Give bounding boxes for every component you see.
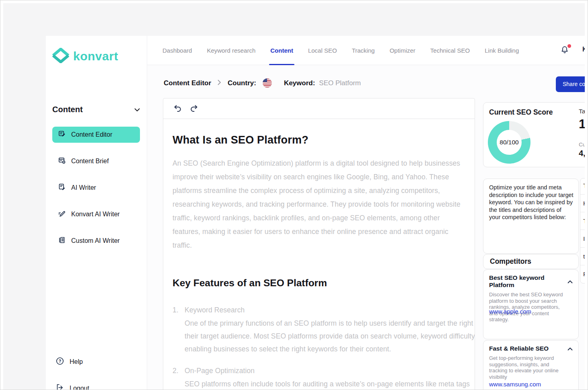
sidebar-item-ai-writer[interactable]: AI Writer (52, 180, 140, 196)
content-editor-icon (58, 130, 66, 140)
flag-canton (263, 78, 267, 82)
konvart-diamond-icon (52, 48, 70, 65)
competitor-card: Fast & Reliable SEO Get top-performing k… (483, 340, 579, 390)
brand-name: konvart (73, 49, 118, 63)
sidebar-item-label: AI Writer (71, 184, 96, 191)
undo-button[interactable] (173, 104, 183, 113)
seo-score-value: 80/100 (500, 139, 518, 146)
chevron-down-icon (134, 106, 140, 113)
list-item-title[interactable]: On-Page Optimization (185, 364, 255, 377)
logout-button[interactable]: Logout (56, 383, 89, 390)
help-icon: ? (56, 357, 64, 367)
nav-item-technical-seo[interactable]: Technical SEO (430, 36, 470, 65)
keyword-label: Keyword: (284, 79, 315, 87)
list-item-body[interactable]: SEO platforms often include tools for au… (185, 378, 475, 390)
nav-item-dashboard[interactable]: Dashboard (162, 36, 192, 65)
sidebar-item-label: Content Editor (71, 131, 112, 138)
notification-dot (567, 44, 571, 48)
logout-icon (56, 383, 64, 390)
competitors-title: Competitors (483, 257, 531, 266)
seo-score-donut-chart: 80/100 (488, 121, 530, 164)
breadcrumb-section[interactable]: Content Editor (164, 79, 211, 87)
nav-item-link-building[interactable]: Link Building (485, 36, 519, 65)
competitors-header-card: Competitors (483, 254, 579, 269)
redo-button[interactable] (189, 104, 199, 113)
sidebar-item-content-brief[interactable]: Content Brief (52, 153, 140, 169)
nav-item-local-seo[interactable]: Local SEO (308, 36, 337, 65)
pen-icon (58, 209, 66, 219)
seo-score-title: Current SEO Score (489, 108, 553, 117)
document-intro-paragraph[interactable]: An SEO (Search Engine Optimization) plat… (173, 156, 461, 252)
seo-score-card: Current SEO Score 80/100 Targ 10 Curr 4,… (483, 102, 588, 167)
document-body[interactable]: What Is an SEO Platform? An SEO (Search … (163, 134, 475, 390)
nav-item-optimizer[interactable]: Optimizer (390, 36, 415, 65)
competitor-link[interactable]: www.apple.com (489, 308, 531, 315)
chevron-up-icon[interactable] (567, 345, 573, 352)
sidebar-section-title: Content (52, 105, 83, 114)
document-title[interactable]: What Is an SEO Platform? (173, 134, 475, 146)
competitor-card: Best SEO keyword Platform Discover the b… (483, 269, 579, 339)
content-editor-card: What Is an SEO Platform? An SEO (Search … (163, 98, 475, 390)
sidebar-item-konvart-ai-writer[interactable]: Konvart AI Writer (52, 206, 140, 222)
nav-item-keyword-research[interactable]: Keyword research (207, 36, 255, 65)
sidebar-item-content-editor[interactable]: Content Editor (52, 127, 140, 143)
list-item-number: 1. (173, 304, 185, 316)
help-label: Help (70, 358, 83, 365)
sidebar-section-content[interactable]: Content (52, 105, 140, 114)
competitor-description: Get top-performing keyword suggestions, … (483, 352, 572, 380)
app-window: konvart Content Content Editor (0, 0, 588, 390)
logout-label: Logout (70, 385, 89, 390)
competitor-title: Fast & Reliable SEO (489, 345, 549, 352)
list-item[interactable]: 1. Keyword Research One of the primary f… (173, 304, 475, 355)
breadcrumb: Content Editor Country: Keyword: SEO Pla… (164, 78, 361, 88)
list-item[interactable]: 2. On-Page Optimization SEO platforms of… (173, 364, 475, 390)
help-button[interactable]: ? Help (56, 357, 83, 367)
list-item-number: 2. (173, 364, 185, 377)
list-item-title[interactable]: Keyword Research (185, 304, 245, 316)
country-flag-us-icon[interactable] (263, 78, 272, 88)
sidebar-item-label: Custom AI Writer (71, 237, 120, 244)
content-brief-icon (58, 156, 66, 166)
competitor-title: Best SEO keyword Platform (489, 274, 567, 289)
sidebar: konvart Content Content Editor (46, 36, 147, 390)
document-subtitle[interactable]: Key Features of an SEO Platform (173, 277, 475, 289)
document-ordered-list[interactable]: 1. Keyword Research One of the primary f… (173, 304, 475, 390)
list-item-body[interactable]: One of the primary functions of an SEO p… (185, 317, 475, 355)
top-navigation: Dashboard Keyword research Content Local… (147, 36, 588, 65)
country-label: Country: (228, 79, 256, 87)
custom-writer-icon (58, 236, 66, 246)
keyword-value: SEO Platform (319, 79, 361, 87)
optimize-tip-card: Optimize your title and meta description… (483, 179, 579, 254)
sidebar-item-custom-ai-writer[interactable]: Custom AI Writer (52, 233, 140, 249)
chevron-up-icon[interactable] (567, 278, 573, 285)
svg-text:?: ? (59, 359, 61, 363)
window-frame (585, 0, 588, 390)
optimize-tip-text: Optimize your title and meta description… (483, 179, 578, 221)
share-content-button[interactable]: Share content (556, 76, 588, 92)
sidebar-item-label: Content Brief (71, 158, 109, 165)
chevron-right-icon (218, 80, 221, 87)
competitor-link[interactable]: www.samsung.com (489, 381, 541, 388)
nav-item-tracking[interactable]: Tracking (352, 36, 375, 65)
editor-toolbar (163, 99, 475, 119)
ai-writer-icon (58, 183, 66, 193)
window-frame (0, 0, 3, 390)
nav-item-content[interactable]: Content (270, 36, 293, 65)
brand-logo[interactable]: konvart (52, 48, 118, 65)
window-frame (0, 0, 588, 3)
sidebar-item-label: Konvart AI Writer (71, 211, 120, 218)
notifications-bell-icon[interactable] (560, 45, 570, 55)
competitor-description: Discover the best SEO keyword platform t… (483, 289, 572, 323)
